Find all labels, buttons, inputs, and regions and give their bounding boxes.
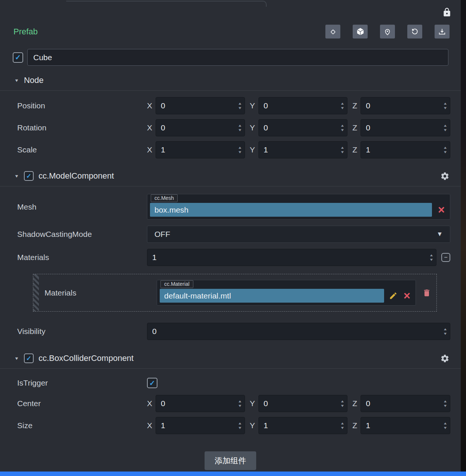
number-spinner[interactable]: ▲▼: [236, 396, 243, 411]
number-spinner[interactable]: ▲▼: [442, 418, 449, 433]
number-spinner[interactable]: ▲▼: [339, 396, 346, 411]
spinner-down-icon[interactable]: ▼: [429, 258, 433, 262]
material-asset-value[interactable]: default-material.mtl: [160, 289, 384, 303]
shadow-casting-select[interactable]: OFF ▼: [147, 226, 450, 243]
spinner-up-icon[interactable]: ▲: [443, 146, 447, 149]
rotation-x-input[interactable]: 0 ▲▼: [156, 119, 245, 136]
spinner-down-icon[interactable]: ▼: [340, 426, 345, 430]
box-collider-settings-button[interactable]: [440, 354, 450, 363]
clear-material-button[interactable]: ×: [402, 290, 411, 302]
spinner-up-icon[interactable]: ▲: [443, 102, 447, 105]
scale-x-input[interactable]: 1 ▲▼: [156, 141, 245, 158]
material-asset-field: cc.Material default-material.mtl ×: [157, 280, 416, 306]
spinner-up-icon[interactable]: ▲: [340, 400, 345, 403]
spinner-up-icon[interactable]: ▲: [340, 146, 345, 149]
spinner-up-icon[interactable]: ▲: [340, 102, 345, 105]
visibility-input[interactable]: 0 ▲▼: [147, 323, 450, 340]
spinner-down-icon[interactable]: ▼: [340, 129, 345, 132]
number-spinner[interactable]: ▲▼: [428, 250, 435, 265]
number-spinner[interactable]: ▲▼: [339, 121, 346, 135]
spinner-down-icon[interactable]: ▼: [443, 106, 447, 110]
rotation-z-input[interactable]: 0 ▲▼: [361, 119, 450, 136]
number-spinner[interactable]: ▲▼: [236, 143, 243, 157]
save-button[interactable]: [435, 25, 450, 38]
collapse-array-button[interactable]: −: [441, 253, 450, 262]
spinner-up-icon[interactable]: ▲: [237, 146, 242, 149]
add-component-button[interactable]: 添加组件: [205, 451, 256, 470]
size-y-input[interactable]: 1 ▲▼: [258, 417, 348, 434]
number-spinner[interactable]: ▲▼: [442, 121, 449, 135]
spinner-down-icon[interactable]: ▼: [443, 404, 447, 408]
center-y-input[interactable]: 0 ▲▼: [258, 395, 348, 412]
spinner-up-icon[interactable]: ▲: [237, 422, 242, 425]
number-spinner[interactable]: ▲▼: [339, 143, 346, 157]
node-active-checkbox[interactable]: ✓: [13, 52, 23, 63]
spinner-up-icon[interactable]: ▲: [429, 254, 433, 257]
drag-handle[interactable]: [33, 274, 39, 311]
spinner-up-icon[interactable]: ▲: [443, 422, 447, 425]
number-spinner[interactable]: ▲▼: [236, 418, 243, 433]
clear-mesh-button[interactable]: ×: [437, 204, 446, 216]
position-row: Position X 0 ▲▼ Y 0 ▲▼ Z 0 ▲▼: [0, 97, 461, 114]
position-y-input[interactable]: 0 ▲▼: [258, 97, 348, 114]
position-z-input[interactable]: 0 ▲▼: [361, 97, 450, 114]
center-x-input[interactable]: 0 ▲▼: [156, 395, 245, 412]
node-name-input[interactable]: [27, 49, 448, 66]
axis-x-label: X: [147, 123, 152, 132]
eraser-button[interactable]: [325, 25, 340, 38]
number-spinner[interactable]: ▲▼: [339, 418, 346, 433]
is-trigger-checkbox[interactable]: ✓: [147, 378, 157, 388]
spinner-down-icon[interactable]: ▼: [237, 129, 242, 132]
scale-z-input[interactable]: 1 ▲▼: [361, 141, 450, 158]
spinner-down-icon[interactable]: ▼: [340, 404, 345, 408]
reset-button[interactable]: [407, 25, 422, 38]
materials-count-input[interactable]: 1 ▲▼: [147, 249, 436, 266]
scale-y-input[interactable]: 1 ▲▼: [258, 141, 348, 158]
size-z-input[interactable]: 1 ▲▼: [361, 417, 450, 434]
spinner-up-icon[interactable]: ▲: [237, 400, 242, 403]
rotation-y-input[interactable]: 0 ▲▼: [258, 119, 348, 136]
number-spinner[interactable]: ▲▼: [442, 143, 449, 157]
size-x-input[interactable]: 1 ▲▼: [156, 417, 245, 434]
collapse-arrow-icon[interactable]: ▼: [14, 174, 19, 179]
spinner-down-icon[interactable]: ▼: [443, 151, 447, 154]
location-button[interactable]: [380, 25, 395, 38]
spinner-up-icon[interactable]: ▲: [237, 102, 242, 105]
spinner-up-icon[interactable]: ▲: [443, 328, 447, 331]
lock-icon[interactable]: [442, 7, 452, 17]
spinner-down-icon[interactable]: ▼: [340, 106, 345, 110]
delete-material-button[interactable]: [422, 288, 431, 297]
number-spinner[interactable]: ▲▼: [339, 99, 346, 113]
number-spinner[interactable]: ▲▼: [236, 121, 243, 135]
axis-y-label: Y: [250, 101, 255, 110]
box-collider-checkbox[interactable]: ✓: [24, 353, 34, 363]
spinner-down-icon[interactable]: ▼: [237, 151, 242, 154]
check-icon: ✓: [26, 355, 31, 362]
spinner-down-icon[interactable]: ▼: [340, 151, 345, 154]
model-component-settings-button[interactable]: [440, 171, 450, 181]
edit-material-button[interactable]: [389, 291, 398, 300]
position-x-input[interactable]: 0 ▲▼: [156, 97, 245, 114]
spinner-down-icon[interactable]: ▼: [443, 332, 447, 336]
number-spinner[interactable]: ▲▼: [442, 99, 449, 113]
number-spinner[interactable]: ▲▼: [236, 99, 243, 113]
spinner-up-icon[interactable]: ▲: [340, 422, 345, 425]
spinner-down-icon[interactable]: ▼: [443, 426, 447, 430]
spinner-down-icon[interactable]: ▼: [237, 106, 242, 110]
model-component-checkbox[interactable]: ✓: [24, 171, 34, 181]
center-z-input[interactable]: 0 ▲▼: [361, 395, 450, 412]
number-spinner[interactable]: ▲▼: [442, 396, 449, 411]
spinner-up-icon[interactable]: ▲: [340, 124, 345, 127]
collapse-arrow-icon[interactable]: ▼: [14, 356, 19, 361]
mesh-asset-value[interactable]: box.mesh: [150, 203, 432, 217]
spinner-up-icon[interactable]: ▲: [237, 124, 242, 127]
spinner-up-icon[interactable]: ▲: [443, 400, 447, 403]
collapse-arrow-icon[interactable]: ▼: [14, 78, 19, 83]
spinner-down-icon[interactable]: ▼: [237, 426, 242, 430]
axis-y-label: Y: [250, 421, 255, 430]
spinner-up-icon[interactable]: ▲: [443, 124, 447, 127]
number-spinner[interactable]: ▲▼: [442, 324, 449, 339]
spinner-down-icon[interactable]: ▼: [237, 404, 242, 408]
cube-button[interactable]: [353, 25, 368, 38]
spinner-down-icon[interactable]: ▼: [443, 129, 447, 132]
